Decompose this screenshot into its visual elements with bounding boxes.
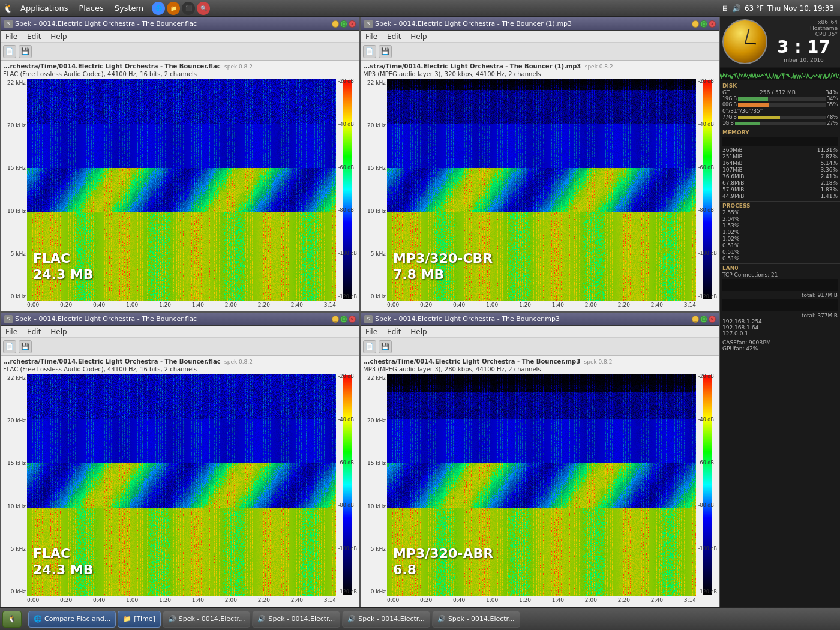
disk-row-0: GT 256 / 512 MB 34% [722, 89, 838, 95]
maximize-btn-1[interactable]: □ [340, 20, 347, 28]
maximize-btn-3[interactable]: □ [340, 316, 347, 323]
browser-icon[interactable]: 🌐 [152, 2, 165, 15]
taskbar-app-0[interactable]: 🌐 Compare Flac and... [28, 611, 116, 628]
spectrogram-2: MP3/320-CBR 7.8 MB [387, 79, 696, 301]
open-file-btn-1[interactable]: 📄 [3, 45, 16, 58]
menu-help-4[interactable]: Help [408, 328, 429, 336]
open-file-btn-3[interactable]: 📄 [3, 340, 16, 353]
spectrogram-4: MP3/320-ABR 6.8 [387, 374, 696, 596]
app-icon-3: 🔊 [257, 615, 266, 623]
close-btn-3[interactable]: × [349, 316, 356, 323]
titlebar-4: S Spek – 0014.Electric Light Orchestra -… [361, 313, 719, 326]
close-btn-2[interactable]: × [709, 20, 716, 28]
spectrogram-1: FLAC 24.3 MB [27, 79, 336, 301]
menubar-3: File Edit Help [1, 326, 359, 338]
x-axis-3: 0:00 0:20 0:40 1:00 1:20 1:40 2:00 2:20 … [27, 596, 336, 607]
file-info-3: ...rchestra/Time/0014.Electric Light Orc… [3, 358, 357, 365]
save-btn-3[interactable]: 💾 [19, 340, 32, 353]
window-title-1: Spek – 0014.Electric Light Orchestra - T… [15, 20, 329, 28]
app-label-2: Spek - 0014.Electr... [179, 615, 245, 623]
network-icon: 🖥 [721, 4, 728, 13]
codec-info-1: FLAC (Free Lossless Audio Codec), 44100 … [3, 71, 357, 77]
process-section-title: PROCESS [722, 203, 838, 209]
menu-applications[interactable]: Applications [16, 2, 73, 14]
menu-edit-3[interactable]: Edit [25, 328, 43, 336]
menu-file-1[interactable]: File [3, 32, 20, 41]
toolbar-1: 📄 💾 [1, 43, 359, 61]
taskbar-bottom: 🐧 🌐 Compare Flac and... 📁 [Time] 🔊 Spek … [0, 607, 840, 630]
files-icon[interactable]: 📁 [167, 2, 180, 15]
disk-bar-0: 19GiB 34% [722, 96, 838, 101]
toolbar-2: 📄 💾 [361, 43, 719, 61]
save-btn-1[interactable]: 💾 [19, 45, 32, 58]
mem-row-2: 164MiB5.14% [722, 160, 838, 166]
menu-file-2[interactable]: File [363, 32, 380, 41]
terminal-icon[interactable]: ⬛ [182, 2, 195, 15]
maximize-btn-4[interactable]: □ [700, 316, 707, 323]
memory-graph [722, 137, 838, 146]
taskbar-app-5[interactable]: 🔊 Spek - 0014.Electr... [432, 611, 520, 628]
menu-help-2[interactable]: Help [408, 32, 429, 41]
open-file-btn-4[interactable]: 📄 [363, 340, 376, 353]
minimize-btn-3[interactable]: _ [332, 316, 339, 323]
taskbar-app-3[interactable]: 🔊 Spek - 0014.Electr... [252, 611, 340, 628]
mem-row-3: 107MiB3.36% [722, 167, 838, 173]
mem-row-4: 76.6MiB2.41% [722, 173, 838, 179]
window-title-4: Spek – 0014.Electric Light Orchestra - T… [375, 315, 689, 323]
start-icon: 🐧 [8, 615, 16, 623]
menu-edit-1[interactable]: Edit [25, 32, 43, 41]
window-buttons-4: _ □ × [692, 316, 716, 323]
app-label-4: Spek - 0014.Electr... [358, 615, 425, 623]
spectrogram-3: FLAC 24.3 MB [27, 374, 336, 596]
sysmon-disk-section: DISK GT 256 / 512 MB 34% 19GiB 34% 00GiB… [720, 82, 840, 128]
ip-3: 127.0.0.1 [722, 331, 838, 337]
spectrogram-canvas-1 [27, 79, 336, 301]
minimize-btn-1[interactable]: _ [332, 20, 339, 28]
close-btn-1[interactable]: × [349, 20, 356, 28]
toolbar-3: 📄 💾 [1, 338, 359, 356]
proc-row-5: 0.51% [722, 242, 838, 248]
taskbar-right-area: 🖥 🔊 63 °F Thu Nov 10, 19:33 [721, 4, 838, 13]
chart-area-1: 22 kHz 20 kHz 15 kHz 10 kHz 5 kHz 0 kHz … [3, 79, 357, 311]
open-file-btn-2[interactable]: 📄 [363, 45, 376, 58]
mem-row-5: 67.8MiB2.18% [722, 180, 838, 186]
taskbar-app-4[interactable]: 🔊 Spek - 0014.Electr... [342, 611, 430, 628]
taskbar-app-1[interactable]: 📁 [Time] [118, 611, 161, 628]
menu-system[interactable]: System [110, 2, 148, 14]
app-label-5: Spek - 0014.Electr... [448, 615, 515, 623]
mem-row-0: 360MiB11.31% [722, 147, 838, 153]
net-graph-1 [722, 279, 838, 291]
menu-file-4[interactable]: File [363, 328, 380, 336]
save-btn-2[interactable]: 💾 [379, 45, 392, 58]
sysmon-hostname: Hostname [770, 25, 838, 31]
window-buttons-1: _ □ × [332, 20, 356, 28]
minimize-btn-2[interactable]: _ [692, 20, 699, 28]
maximize-btn-2[interactable]: □ [700, 20, 707, 28]
menu-file-3[interactable]: File [3, 328, 20, 336]
taskbar-quick-launch: 🌐 📁 ⬛ 🔍 [152, 2, 210, 15]
menu-edit-2[interactable]: Edit [385, 32, 403, 41]
menubar-4: File Edit Help [361, 326, 719, 338]
x-axis-2: 0:00 0:20 0:40 1:00 1:20 1:40 2:00 2:20 … [387, 301, 696, 311]
proc-row-7: 0.51% [722, 256, 838, 262]
close-btn-4[interactable]: × [709, 316, 716, 323]
app-icon-1: 📁 [123, 615, 131, 623]
chart-area-2: 22 kHz 20 kHz 15 kHz 10 kHz 5 kHz 0 kHz … [363, 79, 717, 311]
content-2: ...stra/Time/0014.Electric Light Orchest… [361, 61, 719, 311]
temp-display: 63 °F [745, 4, 764, 13]
titlebar-3: S Spek – 0014.Electric Light Orchestra -… [1, 313, 359, 326]
menu-help-1[interactable]: Help [48, 32, 69, 41]
menu-edit-4[interactable]: Edit [385, 328, 403, 336]
titlebar-1: S Spek – 0014.Electric Light Orchestra -… [1, 17, 359, 31]
save-btn-4[interactable]: 💾 [379, 340, 392, 353]
start-button[interactable]: 🐧 [2, 611, 22, 628]
search-icon[interactable]: 🔍 [197, 2, 210, 15]
menu-places[interactable]: Places [74, 2, 108, 14]
spek-window-3: S Spek – 0014.Electric Light Orchestra -… [0, 312, 360, 607]
menu-help-3[interactable]: Help [48, 328, 69, 336]
app-label-3: Spek - 0014.Electr... [268, 615, 335, 623]
taskbar-app-2[interactable]: 🔊 Spek - 0014.Electr... [163, 611, 251, 628]
minimize-btn-4[interactable]: _ [692, 316, 699, 323]
chart-area-3: 22 kHz 20 kHz 15 kHz 10 kHz 5 kHz 0 kHz … [3, 374, 357, 607]
tcp-connections: TCP Connections: 21 [722, 272, 838, 278]
